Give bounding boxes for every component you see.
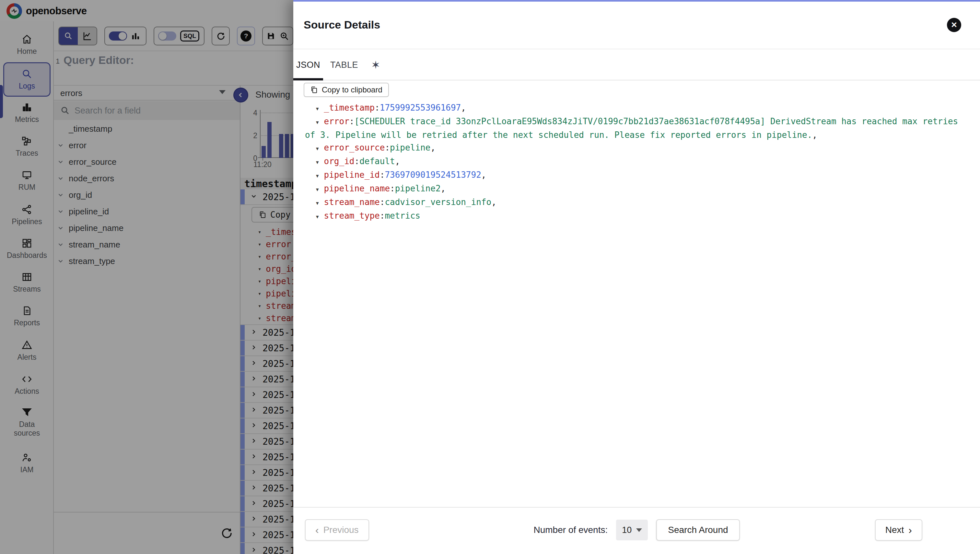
- search-around-button[interactable]: Search Around: [656, 519, 740, 541]
- number-of-events-label: Number of events:: [533, 525, 608, 535]
- ai-sparkle-icon[interactable]: ✶: [371, 49, 380, 80]
- json-value: metrics: [385, 211, 420, 220]
- next-button[interactable]: Next ›: [875, 519, 922, 541]
- json-value: default: [360, 156, 395, 166]
- json-value: 1759992553961697: [380, 103, 461, 113]
- modal-footer: ‹ Previous Number of events: 10 Search A…: [293, 507, 980, 554]
- collapse-triangle-icon[interactable]: ▾: [316, 200, 319, 206]
- json-key: error: [324, 117, 349, 126]
- json-value: pipeline: [390, 143, 430, 152]
- json-key: pipeline_name: [324, 184, 390, 193]
- tab-json[interactable]: JSON: [293, 49, 323, 80]
- chevron-down-icon: [636, 528, 642, 532]
- collapse-triangle-icon[interactable]: ▾: [316, 186, 319, 193]
- screen: openobserve Home Logs Metrics Traces: [0, 0, 980, 554]
- events-count-select[interactable]: 10: [616, 520, 648, 540]
- modal-body: Copy to clipboard ▾_timestamp:1759992553…: [304, 83, 962, 506]
- json-entry: ▾error:[SCHEDULER trace_id 33onzPclLoara…: [304, 115, 962, 141]
- json-key: pipeline_id: [324, 170, 380, 180]
- collapse-triangle-icon[interactable]: ▾: [316, 145, 319, 152]
- json-entry: ▾stream_name:cadvisor_version_info,: [304, 196, 962, 209]
- modal-header: Source Details ✕: [293, 2, 980, 49]
- copy-icon: [310, 86, 318, 94]
- json-value: pipeline2: [395, 184, 441, 193]
- source-details-modal: Source Details ✕ JSON TABLE ✶ Copy to cl…: [293, 0, 980, 554]
- json-entry: ▾org_id:default,: [304, 155, 962, 169]
- collapse-triangle-icon[interactable]: ▾: [316, 105, 319, 112]
- json-key: error_source: [324, 143, 385, 152]
- modal-title: Source Details: [304, 19, 380, 31]
- json-entry: ▾_timestamp:1759992553961697,: [304, 102, 962, 115]
- close-button[interactable]: ✕: [947, 18, 961, 32]
- chevron-right-icon: ›: [908, 524, 912, 536]
- json-entry: ▾error_source:pipeline,: [304, 141, 962, 155]
- close-icon: ✕: [951, 21, 957, 30]
- json-value: [SCHEDULER trace_id 33onzPclLoaraE95Wds8…: [305, 117, 958, 140]
- json-entry: ▾stream_type:metrics: [304, 209, 962, 223]
- copy-to-clipboard-button[interactable]: Copy to clipboard: [304, 83, 389, 97]
- collapse-triangle-icon[interactable]: ▾: [316, 159, 319, 165]
- json-key: _timestamp: [324, 103, 375, 113]
- tab-table[interactable]: TABLE: [323, 49, 365, 80]
- events-controls: Number of events: 10 Search Around: [533, 519, 740, 541]
- json-key: stream_type: [324, 211, 380, 220]
- active-tab-indicator: [293, 78, 323, 80]
- json-value: cadvisor_version_info: [385, 197, 491, 207]
- json-viewer: ▾_timestamp:1759992553961697, ▾error:[SC…: [304, 102, 962, 223]
- previous-button[interactable]: ‹ Previous: [305, 519, 369, 541]
- modal-tabs: JSON TABLE ✶: [293, 49, 980, 80]
- json-key: org_id: [324, 156, 355, 166]
- collapse-triangle-icon[interactable]: ▾: [316, 172, 319, 179]
- json-key: stream_name: [324, 197, 380, 207]
- collapse-triangle-icon[interactable]: ▾: [316, 214, 319, 220]
- json-entry: ▾pipeline_name:pipeline2,: [304, 182, 962, 196]
- json-value: 7369709019524513792: [385, 170, 481, 180]
- json-entry: ▾pipeline_id:7369709019524513792,: [304, 169, 962, 182]
- collapse-triangle-icon[interactable]: ▾: [316, 119, 319, 126]
- chevron-left-icon: ‹: [315, 524, 319, 536]
